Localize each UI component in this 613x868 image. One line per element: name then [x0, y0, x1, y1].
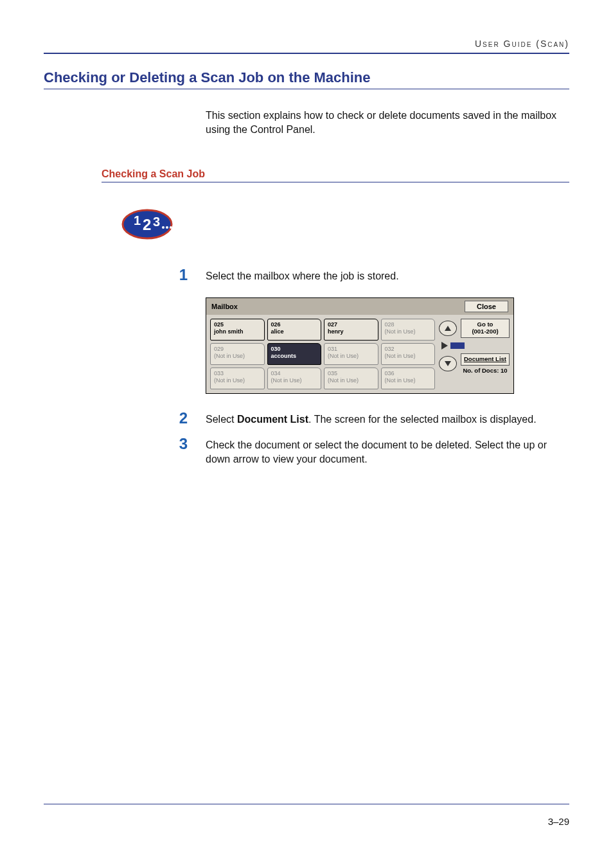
header-rule [44, 53, 569, 54]
mailbox-tab-032[interactable]: 032(Not in Use) [381, 343, 436, 365]
mailbox-tab-number: 035 [328, 370, 375, 377]
svg-point-5 [166, 226, 168, 229]
mailbox-tab-label: henry [328, 328, 344, 335]
svg-text:1: 1 [134, 213, 141, 227]
mailbox-title: Mailbox [211, 303, 238, 310]
mailbox-tab-number: 036 [385, 370, 432, 377]
mailbox-tab-number: 032 [385, 346, 432, 353]
mailbox-tab-033[interactable]: 033(Not in Use) [210, 368, 265, 389]
intro-paragraph: This section explains how to check or de… [206, 109, 569, 137]
subsection-heading: Checking a Scan Job [102, 168, 569, 182]
footer-rule [44, 804, 569, 804]
svg-marker-8 [445, 361, 451, 366]
section-heading: Checking or Deleting a Scan Job on the M… [44, 69, 569, 89]
progress-bar [450, 342, 465, 349]
step-number-3: 3 [44, 436, 206, 452]
mailbox-tab-number: 034 [271, 370, 318, 377]
mailbox-tab-034[interactable]: 034(Not in Use) [267, 368, 322, 389]
mailbox-tab-label: accounts [271, 353, 297, 359]
mailbox-tab-number: 031 [328, 346, 375, 353]
mailbox-tab-030[interactable]: 030accounts [267, 343, 322, 365]
mailbox-tab-number: 029 [214, 346, 261, 353]
mailbox-tab-number: 027 [328, 321, 375, 328]
svg-text:3: 3 [153, 215, 160, 229]
mailbox-tab-label: (Not in Use) [328, 353, 359, 359]
docs-count-label: No. of Docs: 10 [461, 366, 510, 374]
step-text-1: Select the mailbox where the job is stor… [206, 267, 569, 283]
progress-indicator [439, 341, 510, 351]
mailbox-tab-label: (Not in Use) [385, 353, 416, 359]
svg-text:2: 2 [143, 216, 151, 233]
triangle-down-icon [444, 360, 452, 367]
mailbox-tab-label: (Not in Use) [271, 377, 302, 384]
scroll-down-button[interactable] [439, 356, 457, 371]
svg-marker-7 [445, 326, 451, 331]
mailbox-tab-number: 026 [271, 321, 318, 328]
page-number: 3–29 [44, 816, 569, 827]
play-icon [441, 342, 448, 350]
step-number-1: 1 [44, 267, 206, 283]
mailbox-tab-label: alice [271, 328, 284, 335]
goto-button[interactable]: Go to (001-200) [461, 319, 510, 338]
svg-point-4 [162, 226, 164, 229]
mailbox-tab-number: 033 [214, 370, 261, 377]
step-text-2: Select Document List. The screen for the… [206, 411, 569, 427]
mailbox-tab-035[interactable]: 035(Not in Use) [324, 368, 378, 389]
mailbox-screenshot: Mailbox Close 025john smith026alice027he… [206, 297, 514, 394]
mailbox-tab-number: 028 [385, 321, 432, 328]
mailbox-tab-number: 025 [214, 321, 261, 328]
close-button[interactable]: Close [465, 301, 508, 312]
mailbox-tab-label: john smith [214, 328, 244, 335]
scroll-up-button[interactable] [439, 321, 457, 336]
mailbox-tab-031[interactable]: 031(Not in Use) [324, 343, 378, 365]
document-list-button[interactable]: Document List [461, 353, 510, 366]
mailbox-tab-028[interactable]: 028(Not in Use) [381, 319, 436, 341]
step-number-2: 2 [44, 411, 206, 426]
triangle-up-icon [444, 325, 452, 332]
mailbox-tab-029[interactable]: 029(Not in Use) [210, 343, 265, 365]
page-header-breadcrumb: User Guide (Scan) [44, 39, 569, 49]
goto-label-line2: (001-200) [463, 328, 508, 335]
mailbox-tab-label: (Not in Use) [214, 353, 245, 359]
step-text-3: Check the document or select the documen… [206, 436, 569, 467]
mailbox-tab-027[interactable]: 027henry [324, 319, 378, 341]
mailbox-tab-label: (Not in Use) [385, 328, 416, 335]
mailbox-tab-number: 030 [271, 346, 318, 353]
mailbox-tab-025[interactable]: 025john smith [210, 319, 265, 341]
mailbox-tab-label: (Not in Use) [214, 377, 245, 384]
mailbox-tab-label: (Not in Use) [385, 377, 416, 384]
mailbox-tab-026[interactable]: 026alice [267, 319, 322, 341]
mailbox-tab-label: (Not in Use) [328, 377, 359, 384]
mailbox-tab-036[interactable]: 036(Not in Use) [381, 368, 436, 389]
numbered-steps-icon: 1 2 3 [120, 207, 569, 242]
svg-point-6 [170, 226, 172, 229]
